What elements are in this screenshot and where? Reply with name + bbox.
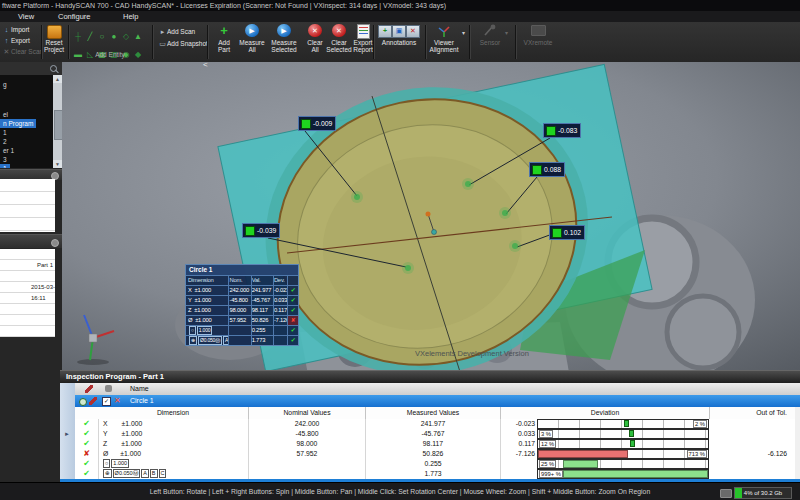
pass-icon: ✔: [75, 419, 98, 429]
list-item[interactable]: [0, 192, 55, 205]
viewer-alignment-dropdown-icon[interactable]: ▾: [462, 29, 465, 36]
viewport-3d[interactable]: VXelements Development Version < -0.009 …: [62, 62, 800, 370]
annotation-add-icon[interactable]: +: [378, 25, 392, 38]
tree-scrollbar[interactable]: ▲ ▼: [53, 75, 62, 168]
add-snapshot-icon: ▭: [158, 39, 167, 49]
clear-all-icon: ✕: [308, 24, 322, 37]
panel-left-strip[interactable]: ►: [60, 383, 76, 479]
section-pin-icon[interactable]: [51, 239, 59, 247]
list-item[interactable]: [0, 218, 55, 231]
annotation-edit-icon[interactable]: ▣: [392, 25, 406, 38]
entity-line-icon[interactable]: ╱: [84, 31, 96, 42]
color-brush-icon[interactable]: [89, 397, 97, 405]
deviation-badge[interactable]: 0.102: [549, 225, 585, 240]
measure-selected-icon: ▶: [277, 24, 291, 37]
ribbon-separator: [469, 25, 471, 59]
tree-item-inspection-program[interactable]: n Program: [0, 119, 36, 128]
circle1-measurement-panel[interactable]: Circle 1 Dimension Nom. Val. Dev. X ±1.0…: [185, 264, 299, 346]
menu-help[interactable]: Help: [119, 11, 142, 22]
measure-all-button[interactable]: MeasureAll: [237, 39, 267, 53]
memory-disk-icon: [720, 489, 732, 498]
sensor-dropdown-icon[interactable]: ▾: [505, 29, 508, 36]
tree-item[interactable]: 1: [0, 128, 10, 137]
tree-item[interactable]: g: [0, 80, 10, 89]
ribbon-separator: [68, 25, 70, 59]
tree-item-selected[interactable]: 1: [0, 164, 10, 168]
deviation-bar: 25 %: [537, 459, 709, 469]
viewport-3d-scene[interactable]: VXelements Development Version: [62, 62, 800, 370]
add-snapshot-button[interactable]: ▭Add Snapshot: [158, 39, 208, 49]
pass-icon: ✔: [287, 326, 298, 335]
scroll-down-icon[interactable]: ▼: [53, 160, 62, 168]
fail-icon: ✘: [75, 449, 98, 459]
circularity-icon: ○: [103, 459, 110, 468]
tolerance-ok-icon: [301, 119, 311, 129]
scroll-up-icon[interactable]: ▲: [53, 75, 62, 83]
entity-circle-icon[interactable]: ○: [96, 31, 108, 42]
tolerance-ok-icon: [245, 226, 255, 236]
entity-ellipse-icon[interactable]: ◇: [120, 31, 132, 42]
inspection-panel-title: Inspection Program - Part 1: [60, 371, 800, 383]
tree-item[interactable]: 2: [0, 137, 10, 146]
pass-icon: ✔: [287, 286, 298, 295]
measure-selected-button[interactable]: MeasureSelected: [269, 39, 299, 53]
menu-view[interactable]: View: [14, 11, 38, 22]
viewer-alignment-icon: [437, 24, 451, 38]
col-dimension: Dimension: [186, 276, 228, 285]
deviation-badge[interactable]: -0.009: [298, 116, 336, 131]
tolerance-ok-icon: [546, 126, 556, 136]
deviation-bar: 12 %: [537, 439, 709, 449]
visibility-checkbox[interactable]: ✓: [102, 397, 111, 406]
list-item[interactable]: [0, 205, 55, 218]
measure-all-icon: ▶: [245, 24, 259, 37]
col-val: Val.: [251, 276, 273, 285]
header-nominal: Nominal Values: [248, 407, 365, 419]
tree-item[interactable]: 3: [0, 155, 10, 164]
title-bar: ftware Platform - HandySCAN 700 - CAD Ha…: [0, 0, 800, 11]
sidebar-section-header[interactable]: [0, 234, 62, 248]
col-dev: Dev.: [273, 276, 287, 285]
sidebar-search-row[interactable]: [0, 62, 62, 76]
add-scan-icon: ▸: [158, 27, 167, 37]
sensor-icon: [483, 24, 496, 37]
circularity-icon: ○: [189, 326, 196, 335]
entity-point-icon[interactable]: ┼: [72, 31, 84, 42]
delete-icon[interactable]: ✕: [114, 396, 121, 405]
tree-item[interactable]: er 1: [0, 146, 17, 155]
entity-sphere-icon[interactable]: ●: [108, 31, 120, 42]
pass-icon: ✔: [75, 429, 98, 439]
panel-collapse-icon[interactable]: <: [203, 60, 208, 69]
ribbon-toolbar: ↓Import ↑Export ✕Clear Scan ResetProject…: [0, 22, 800, 63]
import-button[interactable]: ↓Import: [2, 25, 29, 35]
pass-icon: ✔: [75, 459, 98, 469]
visibility-hand-icon[interactable]: [105, 385, 112, 392]
deviation-bar: 713 %: [537, 449, 709, 459]
deviation-bar: 999+ %: [537, 469, 709, 479]
color-brush-icon[interactable]: [85, 385, 93, 393]
property-row: [0, 326, 55, 337]
project-tree[interactable]: g el n Program 1 2 er 1 3 1: [0, 75, 53, 168]
tree-item[interactable]: el: [0, 110, 11, 119]
list-item[interactable]: [0, 179, 55, 192]
entity-dot-icon: [79, 398, 87, 406]
part-properties-panel: Part 1 2015-03-16 16:11: [0, 249, 55, 337]
deviation-badge[interactable]: -0.039: [242, 223, 280, 238]
add-scan-button[interactable]: ▸Add Scan: [158, 27, 195, 37]
deviation-badge[interactable]: -0.083: [543, 123, 581, 138]
viewer-alignment-button[interactable]: ViewerAlignment: [428, 39, 460, 53]
vxremote-button[interactable]: VXremote: [521, 39, 555, 46]
ribbon-separator: [152, 25, 154, 59]
sensor-button[interactable]: Sensor: [476, 39, 504, 46]
entity-cone-icon[interactable]: ▲: [132, 31, 144, 42]
deviation-badge[interactable]: 0.088: [529, 162, 565, 177]
annotation-delete-icon[interactable]: ✕: [406, 25, 420, 38]
annotations-button[interactable]: Annotations: [378, 39, 420, 46]
add-part-icon: +: [216, 24, 232, 38]
menu-configure[interactable]: Configure: [54, 11, 95, 22]
export-button[interactable]: ↑Export: [2, 36, 30, 46]
reset-project-button[interactable]: ResetProject: [36, 39, 72, 53]
add-part-button[interactable]: AddPart: [209, 39, 239, 53]
selected-entity-row[interactable]: ✓ ✕ Circle 1: [75, 395, 800, 407]
expand-arrow-icon[interactable]: ►: [64, 431, 70, 437]
ribbon-separator: [515, 25, 517, 59]
